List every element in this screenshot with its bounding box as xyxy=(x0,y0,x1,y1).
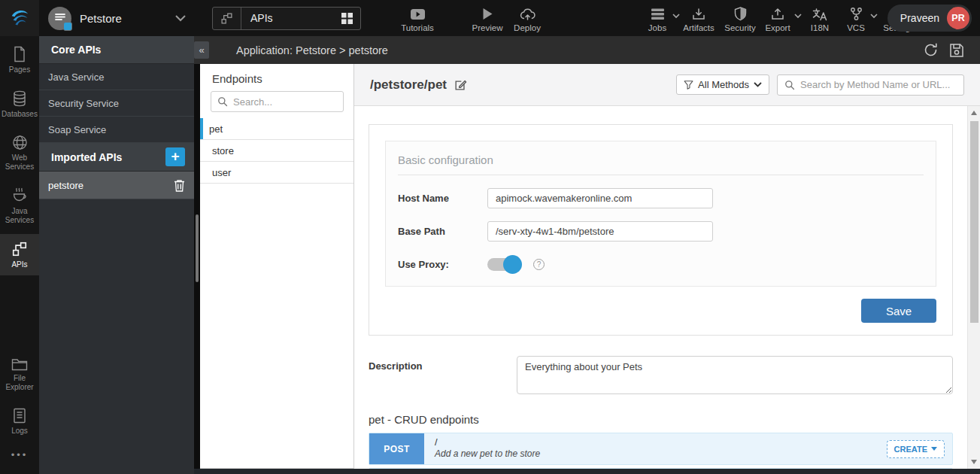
search-icon xyxy=(217,96,228,107)
method-search[interactable] xyxy=(777,74,964,96)
description-textarea[interactable]: Everything about your Pets xyxy=(517,356,953,394)
sidebar-item-petstore[interactable]: petstore xyxy=(39,172,194,199)
project-name: Petstore xyxy=(80,12,122,25)
description-row: Description Everything about your Pets xyxy=(369,356,953,394)
nav-jobs[interactable]: Jobs xyxy=(642,0,672,36)
i18n-translate-icon xyxy=(812,6,827,22)
host-name-input[interactable] xyxy=(487,188,713,208)
rail-item-databases[interactable]: Databases xyxy=(0,84,39,125)
chevron-down-icon xyxy=(754,82,762,87)
save-button[interactable]: Save xyxy=(861,299,936,323)
export-upload-icon xyxy=(771,6,784,22)
main-header: /petstore/pet All Methods xyxy=(354,64,980,106)
host-name-label: Host Name xyxy=(398,193,487,204)
vertical-scrollbar[interactable] xyxy=(967,106,980,469)
chevron-down-icon xyxy=(174,14,187,22)
sidebar-item-soap-service[interactable]: Soap Service xyxy=(39,117,194,143)
main-panel: /petstore/pet All Methods xyxy=(354,64,980,469)
sidebar-item-security-service[interactable]: Security Service xyxy=(39,90,194,117)
delete-trash-icon[interactable] xyxy=(174,179,185,192)
basic-configuration-card: Basic configuration Host Name Base Path … xyxy=(385,141,936,287)
nav-tutorials[interactable]: Tutorials xyxy=(396,0,439,36)
filter-funnel-icon xyxy=(684,80,693,90)
application-bar: « Application: Petstore > petstore xyxy=(194,36,980,64)
host-name-row: Host Name xyxy=(398,188,924,208)
wave-logo-icon xyxy=(8,7,31,29)
globe-icon xyxy=(12,135,28,150)
nav-deploy[interactable]: Deploy xyxy=(508,0,546,36)
rail-item-file-explorer[interactable]: File Explorer xyxy=(0,351,39,398)
endpoint-config-card: Basic configuration Host Name Base Path … xyxy=(369,124,953,336)
api-node-icon xyxy=(213,8,241,29)
help-icon: ? xyxy=(533,259,545,270)
user-avatar: PR xyxy=(947,7,969,29)
toggle-knob xyxy=(503,255,522,274)
tutorials-icon xyxy=(410,6,426,22)
folder-icon xyxy=(11,357,28,371)
rail-item-logs[interactable]: Logs xyxy=(0,401,39,442)
grid-menu-icon[interactable] xyxy=(341,12,360,25)
rail-spacer xyxy=(0,275,39,348)
imported-apis-header: Imported APIs + xyxy=(39,143,194,172)
api-node-icon xyxy=(11,241,28,257)
endpoint-item-pet[interactable]: pet xyxy=(200,118,353,140)
methods-filter-value: All Methods xyxy=(698,79,749,90)
rail-more-button[interactable]: ••• xyxy=(0,442,39,474)
core-apis-header: Core APIs xyxy=(39,36,194,64)
jobs-server-icon xyxy=(651,6,665,22)
scroll-down-arrow[interactable] xyxy=(971,460,977,464)
user-name: Praveen xyxy=(900,12,939,24)
nav-vcs[interactable]: VCS xyxy=(842,0,870,36)
endpoints-search-input[interactable] xyxy=(233,96,337,108)
endpoint-path-title: /petstore/pet xyxy=(370,77,467,93)
scroll-up-arrow[interactable] xyxy=(971,111,977,115)
method-badge-post: POST xyxy=(369,433,424,464)
collapse-sidebar-button[interactable]: « xyxy=(194,41,209,59)
nav-security[interactable]: Security xyxy=(721,0,760,36)
rail-item-java-services[interactable]: Java Services xyxy=(0,181,39,231)
workspace-region: « Application: Petstore > petstore Endpo… xyxy=(194,36,980,474)
project-avatar xyxy=(48,7,71,30)
chevron-down-icon xyxy=(931,447,937,451)
wavemaker-logo[interactable] xyxy=(0,0,39,36)
save-floppy-icon[interactable] xyxy=(949,43,964,58)
use-proxy-toggle[interactable] xyxy=(487,258,520,271)
nav-preview[interactable]: Preview xyxy=(468,0,507,36)
chevron-down-icon xyxy=(794,14,802,19)
method-search-input[interactable] xyxy=(800,79,957,90)
nav-artifacts[interactable]: Artifacts xyxy=(678,0,719,36)
refresh-icon[interactable] xyxy=(923,42,939,58)
rail-item-web-services[interactable]: Web Services xyxy=(0,128,39,178)
edit-pencil-icon[interactable] xyxy=(454,78,467,92)
api-sidebar: Core APIs Java Service Security Service … xyxy=(39,36,194,474)
basic-configuration-title: Basic configuration xyxy=(398,153,924,175)
top-navbar: Petstore APIs Tutorials Preview xyxy=(0,0,980,36)
nav-export[interactable]: Export xyxy=(761,0,794,36)
search-icon xyxy=(784,80,795,90)
crud-endpoints-title: pet - CRUD endpoints xyxy=(369,413,953,426)
logs-document-icon xyxy=(13,408,26,424)
nav-i18n[interactable]: I18N xyxy=(805,0,835,36)
left-icon-rail: Pages Databases Web Services xyxy=(0,36,39,474)
scrollbar-thumb[interactable] xyxy=(970,121,978,323)
methods-filter-select[interactable]: All Methods xyxy=(676,74,769,95)
crud-row-post[interactable]: POST / Add a new pet to the store CREATE xyxy=(369,433,953,465)
endpoints-search[interactable] xyxy=(211,91,344,112)
endpoint-item-store[interactable]: store xyxy=(200,140,353,162)
base-path-input[interactable] xyxy=(487,221,713,242)
create-action-button[interactable]: CREATE xyxy=(887,440,945,458)
base-path-label: Base Path xyxy=(398,226,487,237)
user-menu[interactable]: Praveen PR xyxy=(887,5,972,32)
endpoints-panel: Endpoints pet store user xyxy=(200,64,354,469)
sidebar-item-java-service[interactable]: Java Service xyxy=(39,64,194,90)
rail-item-apis[interactable]: APIs xyxy=(0,234,39,275)
vcs-branch-icon xyxy=(849,6,863,22)
crud-path: / xyxy=(435,436,887,448)
sidebar-scrollbar-thumb[interactable] xyxy=(196,214,199,282)
endpoint-item-user[interactable]: user xyxy=(200,162,353,184)
service-type-selector[interactable]: APIs xyxy=(212,7,361,30)
add-api-button[interactable]: + xyxy=(165,147,185,166)
project-selector[interactable]: Petstore xyxy=(39,0,194,36)
rail-item-pages[interactable]: Pages xyxy=(0,39,39,81)
crud-description: Add a new pet to the store xyxy=(435,448,887,460)
